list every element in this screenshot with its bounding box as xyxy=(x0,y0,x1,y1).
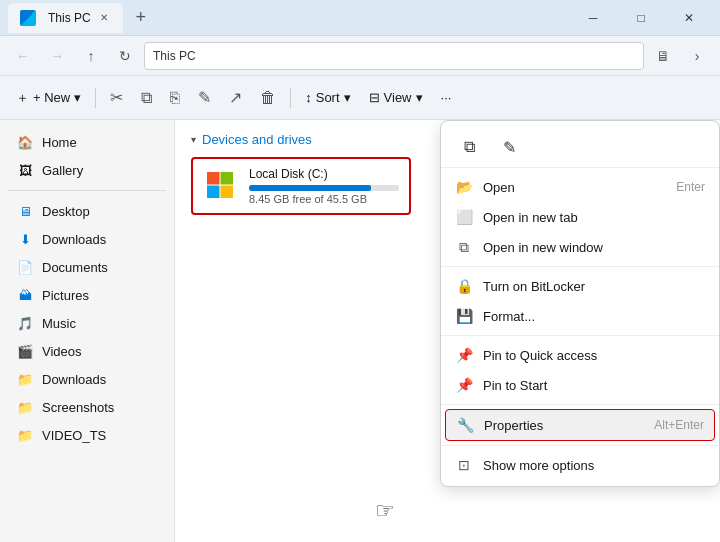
sidebar-item-downloads2[interactable]: 📁 Downloads xyxy=(4,365,170,393)
documents-icon: 📄 xyxy=(16,258,34,276)
back-button[interactable]: ← xyxy=(8,41,38,71)
sidebar-label-music: Music xyxy=(42,316,76,331)
more-icon: ··· xyxy=(441,90,452,105)
copy-icon: ⧉ xyxy=(141,89,152,107)
ctx-properties-label: Properties xyxy=(484,418,644,433)
sidebar-item-documents[interactable]: 📄 Documents 📌 xyxy=(4,253,170,281)
ctx-open[interactable]: 📂 Open Enter xyxy=(441,172,719,202)
sidebar-label-documents: Documents xyxy=(42,260,108,275)
ctx-pin-start-label: Pin to Start xyxy=(483,378,705,393)
bitlocker-icon: 🔒 xyxy=(455,277,473,295)
sidebar-label-downloads2: Downloads xyxy=(42,372,106,387)
folder-icon-downloads2: 📁 xyxy=(16,370,34,388)
rename-button[interactable]: ✎ xyxy=(190,82,219,114)
sidebar-item-gallery[interactable]: 🖼 Gallery xyxy=(4,156,170,184)
open-icon: 📂 xyxy=(455,178,473,196)
view-arrow-icon: ▾ xyxy=(416,90,423,105)
sidebar-item-desktop[interactable]: 🖥 Desktop 📌 xyxy=(4,197,170,225)
monitor-icon[interactable]: 🖥 xyxy=(648,41,678,71)
sidebar-item-videos[interactable]: 🎬 Videos 📌 xyxy=(4,337,170,365)
paste-button[interactable]: ⎘ xyxy=(162,82,188,114)
drive-bar-wrap xyxy=(249,185,399,191)
sidebar-divider-1 xyxy=(8,190,166,191)
ctx-pin-quick[interactable]: 📌 Pin to Quick access xyxy=(441,340,719,370)
new-plus-icon: ＋ xyxy=(16,89,29,107)
ctx-sep-4 xyxy=(441,445,719,446)
copy-button[interactable]: ⧉ xyxy=(133,82,160,114)
delete-icon: 🗑 xyxy=(260,89,276,107)
sidebar-item-home[interactable]: 🏠 Home xyxy=(4,128,170,156)
more-options-button[interactable]: ··· xyxy=(433,82,460,114)
drive-info: Local Disk (C:) 8.45 GB free of 45.5 GB xyxy=(249,167,399,205)
sidebar-item-music[interactable]: 🎵 Music 📌 xyxy=(4,309,170,337)
sidebar-label-video-ts: VIDEO_TS xyxy=(42,428,106,443)
ctx-sep-2 xyxy=(441,335,719,336)
sidebar-item-video-ts[interactable]: 📁 VIDEO_TS xyxy=(4,421,170,449)
window-controls: ─ □ ✕ xyxy=(570,0,712,36)
ctx-icon-copy[interactable]: ⧉ xyxy=(453,131,485,163)
svg-rect-0 xyxy=(207,172,220,185)
sort-button[interactable]: ↕ Sort ▾ xyxy=(297,82,358,114)
cut-icon: ✂ xyxy=(110,88,123,107)
view-label: View xyxy=(384,90,412,105)
add-tab-button[interactable]: + xyxy=(127,4,155,32)
drive-card-c[interactable]: Local Disk (C:) 8.45 GB free of 45.5 GB xyxy=(191,157,411,215)
minimize-button[interactable]: ─ xyxy=(570,0,616,36)
close-button[interactable]: ✕ xyxy=(666,0,712,36)
ctx-open-new-window-label: Open in new window xyxy=(483,240,705,255)
ctx-bitlocker[interactable]: 🔒 Turn on BitLocker xyxy=(441,271,719,301)
address-bar[interactable]: This PC xyxy=(144,42,644,70)
ctx-open-new-tab-label: Open in new tab xyxy=(483,210,705,225)
ctx-open-new-window[interactable]: ⧉ Open in new window xyxy=(441,232,719,262)
refresh-button[interactable]: ↻ xyxy=(110,41,140,71)
sidebar-item-screenshots[interactable]: 📁 Screenshots xyxy=(4,393,170,421)
share-button[interactable]: ↗ xyxy=(221,82,250,114)
ctx-pin-quick-label: Pin to Quick access xyxy=(483,348,705,363)
context-menu: ⧉ ✎ 📂 Open Enter ⬜ Open in new tab ⧉ Ope… xyxy=(440,120,720,487)
maximize-button[interactable]: □ xyxy=(618,0,664,36)
up-button[interactable]: ↑ xyxy=(76,41,106,71)
sidebar-label-desktop: Desktop xyxy=(42,204,90,219)
sidebar-label-pictures: Pictures xyxy=(42,288,89,303)
view-grid-icon: ⊟ xyxy=(369,90,380,105)
ctx-sep-1 xyxy=(441,266,719,267)
toolbar-sep-1 xyxy=(95,88,96,108)
nav-bar: ← → ↑ ↻ This PC 🖥 › xyxy=(0,36,720,76)
view-button[interactable]: ⊟ View ▾ xyxy=(361,82,431,114)
sidebar-label-downloads: Downloads xyxy=(42,232,106,247)
svg-rect-3 xyxy=(221,186,234,199)
cursor-pointer: ☞ xyxy=(375,498,395,524)
drive-icon-wrap xyxy=(203,168,239,204)
new-button[interactable]: ＋ + New ▾ xyxy=(8,82,89,114)
delete-button[interactable]: 🗑 xyxy=(252,82,284,114)
toolbar: ＋ + New ▾ ✂ ⧉ ⎘ ✎ ↗ 🗑 ↕ Sort ▾ ⊟ View ▾ … xyxy=(0,76,720,120)
tab-this-pc[interactable]: This PC ✕ xyxy=(8,3,123,33)
format-icon: 💾 xyxy=(455,307,473,325)
sort-label: Sort xyxy=(316,90,340,105)
cut-button[interactable]: ✂ xyxy=(102,82,131,114)
address-text: This PC xyxy=(153,49,196,63)
pictures-icon: 🏔 xyxy=(16,286,34,304)
tab-close-button[interactable]: ✕ xyxy=(97,11,111,25)
open-new-window-icon: ⧉ xyxy=(455,238,473,256)
ctx-more-options[interactable]: ⊡ Show more options xyxy=(441,450,719,480)
ctx-properties[interactable]: 🔧 Properties Alt+Enter xyxy=(445,409,715,441)
ctx-icon-rename[interactable]: ✎ xyxy=(493,131,525,163)
open-new-tab-icon: ⬜ xyxy=(455,208,473,226)
content-area: ▾ Devices and drives Local Disk (C:) 8.4… xyxy=(175,120,720,542)
sidebar-item-downloads[interactable]: ⬇ Downloads 📌 xyxy=(4,225,170,253)
forward-button[interactable]: → xyxy=(42,41,72,71)
ctx-bitlocker-label: Turn on BitLocker xyxy=(483,279,705,294)
ctx-open-new-tab[interactable]: ⬜ Open in new tab xyxy=(441,202,719,232)
more-nav-button[interactable]: › xyxy=(682,41,712,71)
sidebar-label-videos: Videos xyxy=(42,344,82,359)
tab-area: This PC ✕ + xyxy=(8,3,570,33)
ctx-pin-start[interactable]: 📌 Pin to Start xyxy=(441,370,719,400)
videos-icon: 🎬 xyxy=(16,342,34,360)
more-options-icon: ⊡ xyxy=(455,456,473,474)
sidebar-item-pictures[interactable]: 🏔 Pictures 📌 xyxy=(4,281,170,309)
section-title: Devices and drives xyxy=(202,132,312,147)
tab-icon xyxy=(20,10,36,26)
ctx-format[interactable]: 💾 Format... xyxy=(441,301,719,331)
rename-icon: ✎ xyxy=(198,88,211,107)
